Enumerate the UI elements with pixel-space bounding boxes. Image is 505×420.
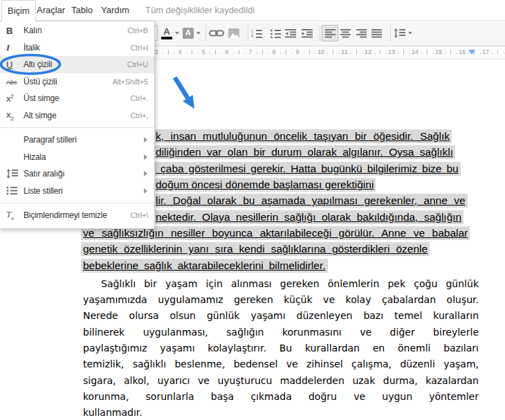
ruler-tick xyxy=(292,53,293,54)
paragraph-text-line[interactable]: Sağlıklı bir yaşam için alınması gereken… xyxy=(83,276,479,292)
ruler-number: 12 xyxy=(365,48,371,55)
underline-icon: U xyxy=(6,60,23,70)
menubar-item-2[interactable]: Tablo xyxy=(66,0,98,20)
paragraph-text-line[interactable]: kullanmadır. xyxy=(83,405,479,420)
paragraph-text-line[interactable]: temizlik, sağlıklı beslenme, bedensel ve… xyxy=(83,356,479,372)
numbered-list-button[interactable]: 123 xyxy=(251,21,262,46)
ruler-number: 6 xyxy=(225,48,228,55)
ruler-number: 17 xyxy=(482,48,489,55)
ruler-tick xyxy=(339,53,340,54)
menu-item-10[interactable]: Liste stilleri xyxy=(0,183,154,200)
selected-text-line[interactable]: genetik özelliklerinin yanı sıra kendi s… xyxy=(81,242,430,256)
menubar-item-3[interactable]: Yardım xyxy=(95,0,135,20)
selected-text-line[interactable]: lir. Doğal olarak bu aşamada yapılması g… xyxy=(154,194,468,208)
ruler-number: 7 xyxy=(248,48,252,55)
insert-link-button[interactable] xyxy=(209,21,224,46)
toolbar-divider xyxy=(320,25,320,42)
toolbar-divider xyxy=(205,25,206,42)
ruler-tick xyxy=(492,53,493,54)
ruler-tick xyxy=(198,53,199,54)
insert-image-button[interactable] xyxy=(228,21,239,46)
ruler-tick xyxy=(315,53,316,54)
ruler-tick xyxy=(504,53,504,54)
selected-text-line[interactable]: k, insan mutluluğunun öncelik taşıyan bi… xyxy=(154,129,452,143)
menu-item-2[interactable]: UAltı çiziliCtrl+U xyxy=(0,56,154,73)
align-left-button[interactable] xyxy=(322,21,338,46)
align-center-button[interactable] xyxy=(340,21,351,46)
menu-item-label: İtalik xyxy=(24,43,39,53)
insert-link-icon xyxy=(209,29,224,37)
align-left-icon xyxy=(322,25,338,42)
ruler-number: 11 xyxy=(341,48,347,55)
toolbar-divider xyxy=(248,25,248,42)
decrease-indent-button[interactable] xyxy=(285,21,296,46)
dropdown-caret-icon xyxy=(408,32,412,35)
ruler-tick xyxy=(374,53,375,54)
line-spacing-icon xyxy=(6,169,23,179)
paragraph-text-line[interactable]: bilinerek uygulanması, sağlığın korunmas… xyxy=(83,325,479,340)
selected-text-line[interactable]: bebeklerine sağlık aktarabileceklerini b… xyxy=(81,259,328,273)
paragraph-text-line[interactable]: korunma, sorunlarla başa çıkmada doğru v… xyxy=(83,389,479,405)
selected-text-line[interactable]: çaba gösterilmesi gerekir. Hatta bugünkü… xyxy=(154,162,461,176)
increase-indent-icon xyxy=(302,28,313,38)
ruler-tick xyxy=(421,53,422,54)
ruler-tick xyxy=(215,50,216,55)
submenu-arrow-icon xyxy=(144,137,147,143)
justify-button[interactable] xyxy=(371,21,382,46)
ruler-tick xyxy=(257,53,257,54)
paragraph-text-line[interactable]: yaşamımızda uygulamamız gereken küçük ve… xyxy=(83,292,479,308)
selected-text-line[interactable]: nektedir. Olaya nesillerin sağlığı olara… xyxy=(154,210,463,224)
menu-item-label: Alt simge xyxy=(24,111,57,120)
selected-text-line[interactable]: doğum öncesi dönemde başlaması gerektiği… xyxy=(154,178,376,192)
highlight-color-button[interactable]: A xyxy=(183,21,201,46)
text-color-button[interactable]: A xyxy=(161,21,179,46)
menu-item-12[interactable]: TxBiçimlendirmeyi temizleCtrl+\ xyxy=(0,207,154,224)
menu-item-0[interactable]: BKalınCtrl+B xyxy=(0,22,154,39)
selection-highlight: doğum öncesi dönemde başlaması gerektiği… xyxy=(154,178,376,192)
ruler-tick xyxy=(445,53,446,54)
selection-highlight: çaba gösterilmesi gerekir. Hatta bugünkü… xyxy=(154,162,461,176)
insert-image-icon xyxy=(228,28,239,38)
menu-item-label: Liste stilleri xyxy=(24,186,63,196)
menu-item-8[interactable]: Hizala xyxy=(0,149,154,166)
ruler-tick xyxy=(457,53,457,54)
ruler-number: 4 xyxy=(178,48,181,55)
menubar-item-0[interactable]: Biçim xyxy=(1,0,36,21)
selection-highlight: nektedir. Olaya nesillerin sağlığı olara… xyxy=(154,210,463,224)
ruler-tick xyxy=(286,50,286,55)
list-styles-icon xyxy=(6,186,23,195)
dropdown-caret-icon xyxy=(175,32,179,35)
ruler-tick xyxy=(356,50,357,55)
submenu-arrow-icon xyxy=(144,188,147,194)
paragraph-text-line[interactable]: sigara, alkol, uyarıcı ve uyuşturucu mad… xyxy=(83,373,479,389)
svg-text:3: 3 xyxy=(251,35,253,38)
format-menu-dropdown: BKalınCtrl+BIİtalikCtrl+IUAltı çiziliCtr… xyxy=(0,21,155,229)
line-spacing-button[interactable] xyxy=(394,21,412,46)
ruler-tick xyxy=(309,50,310,55)
bullet-list-button[interactable] xyxy=(270,21,281,46)
menu-item-9[interactable]: Satır aralığı xyxy=(0,165,154,183)
paragraph-text-line[interactable]: Nerede olursa olsun günlük yaşamı düzenl… xyxy=(83,308,479,324)
save-status[interactable]: Tüm değişiklikler kaydedildi xyxy=(145,0,255,20)
menu-item-4[interactable]: x2Üst simgeCtrl+. xyxy=(0,90,154,107)
menu-item-label: Biçimlendirmeyi temizle xyxy=(24,210,107,220)
indent-marker[interactable] xyxy=(468,50,475,55)
menu-item-5[interactable]: x2Alt simgeCtrl+, xyxy=(0,107,154,125)
ruler-tick xyxy=(351,53,351,54)
align-right-button[interactable] xyxy=(356,21,367,46)
menu-item-shortcut: Ctrl+. xyxy=(131,94,148,102)
menu-item-1[interactable]: IİtalikCtrl+I xyxy=(0,39,154,57)
menu-item-3[interactable]: AbcÜstü çiziliAlt+Shift+5 xyxy=(0,73,154,91)
ruler-tick xyxy=(427,50,428,55)
italic-icon: I xyxy=(6,42,23,53)
ruler-tick xyxy=(333,50,333,55)
menu-item-7[interactable]: Paragraf stilleri xyxy=(0,131,154,149)
menu-item-label: Satır aralığı xyxy=(24,169,64,179)
paragraph-text-line[interactable]: paylaştığımız yaşamı kolaylaştırır. Bu k… xyxy=(83,340,479,356)
increase-indent-button[interactable] xyxy=(302,21,313,46)
submenu-arrow-icon xyxy=(144,171,147,176)
menubar-item-1[interactable]: Araçlar xyxy=(31,0,71,20)
ruler-tick xyxy=(262,50,263,55)
selected-text-line[interactable]: diliğinden var olan bir durum olarak alg… xyxy=(154,145,455,159)
line-spacing-icon xyxy=(394,28,405,38)
